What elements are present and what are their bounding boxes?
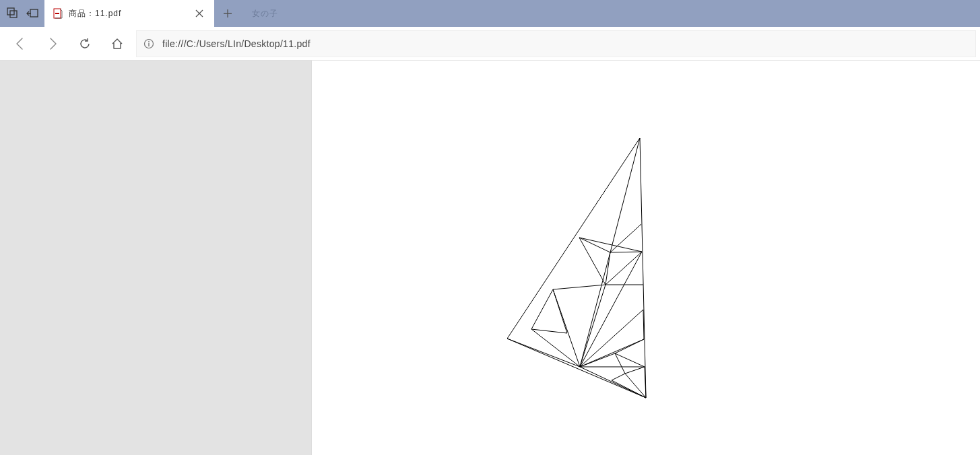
tab-active[interactable]: 商品：11.pdf [44, 0, 214, 27]
svg-rect-2 [30, 9, 38, 17]
pdf-page[interactable] [311, 61, 980, 455]
refresh-button[interactable] [69, 28, 101, 60]
svg-point-6 [148, 41, 150, 42]
set-aside-icon[interactable] [26, 7, 39, 20]
sidebar-gutter [0, 61, 311, 455]
back-button[interactable] [4, 28, 36, 60]
svg-rect-4 [55, 13, 59, 14]
tab-ghost[interactable]: 女の子 [241, 0, 411, 27]
home-button[interactable] [101, 28, 133, 60]
viewport [0, 61, 980, 455]
tab-title: 商品：11.pdf [65, 8, 190, 20]
forward-button[interactable] [36, 28, 69, 60]
svg-rect-0 [7, 8, 14, 15]
tabbar-leading [0, 0, 44, 27]
svg-rect-7 [148, 43, 149, 46]
address-url: file:///C:/Users/LIn/Desktop/11.pdf [162, 38, 311, 49]
close-tab-button[interactable] [190, 9, 209, 18]
site-info-icon[interactable] [143, 38, 154, 49]
svg-rect-1 [10, 11, 17, 18]
tab-actions-icon[interactable] [7, 7, 19, 20]
triangle-mesh-figure [507, 138, 655, 400]
pdf-favicon-icon [51, 8, 65, 19]
tab-ghost-title: 女の子 [248, 8, 405, 20]
new-tab-button[interactable] [214, 0, 241, 27]
tab-bar: 商品：11.pdf 女の子 [0, 0, 980, 27]
toolbar: file:///C:/Users/LIn/Desktop/11.pdf [0, 27, 980, 61]
address-bar[interactable]: file:///C:/Users/LIn/Desktop/11.pdf [136, 30, 976, 57]
